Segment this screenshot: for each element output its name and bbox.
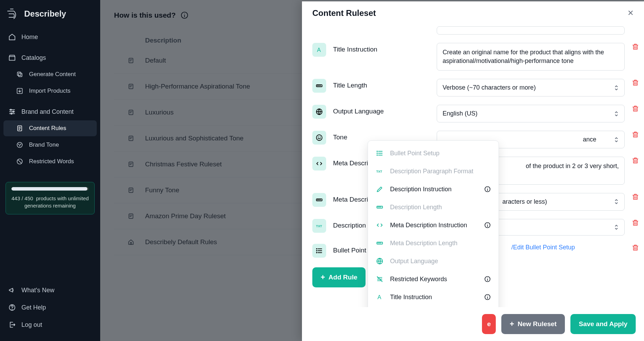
document-icon: [16, 125, 23, 132]
rule-title-length: Title Length Verbose (~70 characters or …: [312, 75, 639, 101]
dd-title-instruction[interactable]: ATitle Instruction: [368, 288, 499, 306]
delete-icon[interactable]: [632, 43, 639, 50]
svg-rect-0: [19, 73, 22, 77]
svg-point-34: [377, 151, 378, 152]
nav-catalogs[interactable]: Catalogs: [3, 50, 97, 66]
nav-brand-tone[interactable]: Brand Tone: [3, 137, 97, 153]
ruler-icon: [376, 239, 384, 247]
sliders-icon: [8, 108, 16, 116]
usage-bar: [11, 187, 89, 191]
help-icon: [8, 304, 16, 311]
delete-icon[interactable]: [632, 157, 639, 164]
nav-import-products[interactable]: Import Products: [3, 83, 97, 99]
plus-icon: +: [321, 273, 325, 282]
new-ruleset-button[interactable]: +New Ruleset: [501, 314, 565, 334]
nav-label: What's New: [21, 287, 54, 294]
smile-icon: [312, 131, 326, 145]
svg-point-13: [12, 309, 12, 310]
info-icon: [484, 294, 491, 301]
nav-restricted-words[interactable]: Restricted Words: [3, 154, 97, 169]
svg-point-32: [316, 250, 317, 251]
dd-description-paragraph-format[interactable]: TXTDescription Paragraph Format: [368, 162, 499, 180]
dd-description-instruction[interactable]: Description Instruction: [368, 180, 499, 198]
delete-icon[interactable]: [632, 219, 639, 227]
panel-footer: e +New Ruleset Save and Apply: [302, 307, 644, 341]
nav-label: Generate Content: [29, 71, 76, 78]
add-rule-dropdown: Bullet Point Setup TXTDescription Paragr…: [368, 140, 499, 307]
nav-generate-content[interactable]: Generate Content: [3, 66, 97, 82]
code-icon: [312, 157, 326, 170]
ruler-icon: [312, 193, 326, 207]
panel-title: Content Ruleset: [312, 8, 376, 18]
txt-icon: TXT: [312, 219, 326, 233]
usage-block: 443 / 450 products with unlimited genera…: [6, 182, 95, 214]
nav-label: Get Help: [21, 304, 46, 311]
svg-point-10: [19, 146, 20, 146]
nav-label: Catalogs: [21, 54, 46, 62]
delete-icon[interactable]: [632, 131, 639, 138]
svg-text:TXT: TXT: [316, 224, 322, 228]
dd-meta-description-length[interactable]: Meta Description Length: [368, 234, 499, 252]
nav-whats-new[interactable]: What's New: [3, 282, 97, 298]
close-button[interactable]: ✕: [627, 9, 634, 18]
content-ruleset-panel: Content Ruleset ✕ A Title Instruction Ti…: [302, 1, 644, 341]
palette-icon: [16, 141, 23, 149]
megaphone-icon: [8, 286, 16, 294]
svg-point-8: [19, 144, 19, 145]
logo-icon: [7, 8, 21, 19]
svg-text:TXT: TXT: [376, 170, 382, 173]
code-icon: [376, 221, 384, 229]
rule-output-language: Output Language English (US): [312, 101, 639, 127]
nav-label: Log out: [21, 321, 42, 329]
strike-icon: [376, 275, 384, 283]
svg-point-31: [316, 248, 317, 249]
nav-label: Home: [21, 34, 38, 41]
dd-title-length[interactable]: Title Length: [368, 306, 499, 307]
usage-text: 443 / 450 products with unlimited genera…: [11, 195, 89, 209]
store-icon: [8, 54, 16, 62]
dd-description-length[interactable]: Description Length: [368, 198, 499, 216]
save-and-apply-button[interactable]: Save and Apply: [570, 314, 636, 334]
sidebar: Describely Home Catalogs Generate Conten…: [0, 0, 100, 341]
svg-point-27: [318, 137, 319, 137]
nav-label: Import Products: [29, 87, 70, 94]
nav-label: Restricted Words: [29, 158, 74, 165]
partial-input[interactable]: [437, 26, 625, 35]
add-rule-button[interactable]: + Add Rule: [312, 267, 366, 287]
logout-icon: [8, 321, 16, 329]
font-icon: A: [376, 293, 384, 301]
delete-icon[interactable]: [632, 105, 639, 112]
title-length-select[interactable]: Verbose (~70 characters or more): [437, 79, 625, 96]
title-instruction-input[interactable]: [437, 43, 625, 71]
output-language-select[interactable]: English (US): [437, 105, 625, 122]
dd-bullet-point-setup[interactable]: Bullet Point Setup: [368, 144, 499, 162]
nav-label: Brand and Content: [21, 108, 74, 116]
dd-output-language[interactable]: Output Language: [368, 252, 499, 270]
svg-point-36: [377, 155, 378, 156]
svg-rect-1: [17, 72, 21, 75]
txt-icon: TXT: [376, 167, 384, 175]
info-icon: [484, 186, 491, 193]
nav-content-rules[interactable]: Content Rules: [3, 120, 97, 136]
nav-label: Brand Tone: [29, 141, 59, 148]
dd-meta-description-instruction[interactable]: Meta Description Instruction: [368, 216, 499, 234]
svg-point-35: [377, 153, 378, 154]
delete-button-partial[interactable]: e: [482, 314, 496, 334]
font-icon: A: [312, 43, 326, 57]
import-icon: [16, 87, 23, 95]
svg-text:A: A: [378, 294, 381, 300]
info-icon: [484, 222, 491, 229]
list-icon: [376, 149, 384, 157]
delete-icon[interactable]: [632, 193, 639, 201]
svg-point-7: [17, 142, 22, 148]
delete-icon[interactable]: [632, 244, 639, 251]
plus-icon: +: [510, 320, 514, 329]
nav-logout[interactable]: Log out: [3, 317, 97, 333]
delete-icon[interactable]: [632, 79, 639, 86]
nav-get-help[interactable]: Get Help: [3, 299, 97, 315]
nav-home[interactable]: Home: [3, 29, 97, 45]
nav-brand-content[interactable]: Brand and Content: [3, 104, 97, 120]
svg-text:A: A: [317, 47, 321, 53]
edit-bullet-setup-link[interactable]: /Edit Bullet Point Setup: [511, 244, 575, 251]
dd-restricted-keywords[interactable]: Restricted Keywords: [368, 270, 499, 288]
